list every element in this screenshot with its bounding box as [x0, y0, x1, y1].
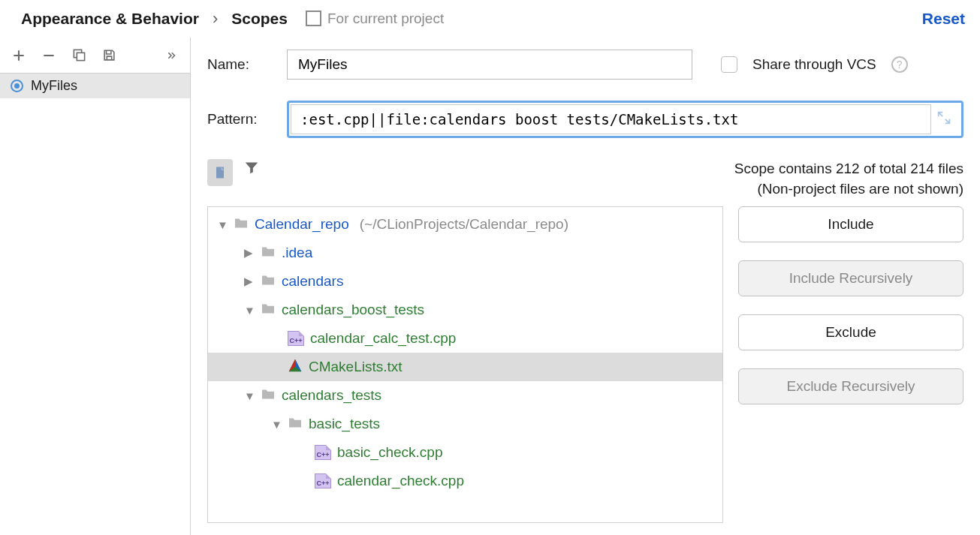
name-row: Name: Share through VCS ?	[207, 50, 963, 80]
remove-button[interactable]	[41, 47, 57, 64]
chevron-right-icon[interactable]: ▶	[244, 275, 255, 288]
pattern-input-wrapper	[287, 101, 963, 138]
sidebar-item-myfiles[interactable]: MyFiles	[0, 74, 190, 98]
tree-row[interactable]: C++calendar_check.cpp	[208, 467, 722, 495]
status-line-2: (Non-project files are not shown)	[734, 179, 963, 200]
more-button[interactable]	[163, 47, 179, 64]
cpp-file-icon: C++	[315, 445, 331, 460]
tree-row[interactable]: CMakeLists.txt	[208, 353, 722, 381]
tree-node-hint: (~/CLionProjects/Calendar_repo)	[360, 216, 568, 233]
action-buttons: Include Include Recursively Exclude Excl…	[738, 206, 963, 523]
tree-row[interactable]: ▼basic_tests	[208, 410, 722, 438]
reset-link[interactable]: Reset	[922, 10, 965, 28]
tree-node-label: calendars_boost_tests	[282, 302, 424, 318]
folder-icon	[288, 416, 303, 432]
sidebar: MyFiles	[0, 38, 191, 535]
tree-row[interactable]: ▼calendars_boost_tests	[208, 296, 722, 324]
cpp-file-icon: C++	[288, 331, 304, 346]
sidebar-toolbar	[0, 38, 190, 74]
chevron-down-icon[interactable]: ▼	[244, 389, 255, 402]
add-button[interactable]	[11, 47, 27, 64]
tree-node-label: calendars_tests	[282, 387, 381, 404]
copy-button[interactable]	[71, 47, 87, 64]
breadcrumb-current: Scopes	[231, 10, 288, 28]
share-vcs-label: Share through VCS	[752, 56, 876, 73]
tree-node-label: calendar_calc_test.cpp	[310, 330, 456, 347]
filter-status-row: Scope contains 212 of total 214 files (N…	[207, 159, 963, 199]
svg-rect-1	[77, 53, 84, 60]
file-tree[interactable]: ▼Calendar_repo(~/CLionProjects/Calendar_…	[207, 206, 723, 523]
filter-icon[interactable]	[243, 159, 261, 177]
breadcrumb: Appearance & Behavior › Scopes	[21, 9, 288, 29]
tree-node-label: CMakeLists.txt	[309, 359, 403, 375]
cmake-icon	[288, 358, 303, 377]
folder-icon	[261, 302, 276, 318]
expand-icon[interactable]	[936, 110, 955, 129]
chevron-down-icon[interactable]: ▼	[271, 418, 282, 431]
folder-icon	[261, 273, 276, 290]
chevron-down-icon[interactable]: ▼	[217, 218, 228, 231]
folder-icon	[261, 387, 276, 404]
pattern-row: Pattern:	[207, 101, 963, 138]
tree-row[interactable]: ▶calendars	[208, 267, 722, 296]
scope-status: Scope contains 212 of total 214 files (N…	[734, 159, 963, 199]
breadcrumb-parent[interactable]: Appearance & Behavior	[21, 10, 199, 28]
breadcrumb-separator-icon: ›	[213, 9, 218, 29]
project-scope-badge: For current project	[307, 11, 444, 27]
include-recursively-button[interactable]: Include Recursively	[738, 260, 963, 296]
tree-node-label: calendars	[282, 273, 343, 290]
help-icon[interactable]: ?	[891, 56, 908, 73]
folder-icon	[234, 216, 249, 233]
tree-row[interactable]: ▶.idea	[208, 239, 722, 267]
chevron-down-icon[interactable]: ▼	[244, 304, 255, 317]
sidebar-list: MyFiles	[0, 74, 190, 535]
tree-node-label: calendar_check.cpp	[337, 473, 464, 489]
tree-node-label: basic_tests	[309, 416, 380, 432]
tree-node-label: Calendar_repo	[255, 216, 349, 233]
tree-row[interactable]: C++basic_check.cpp	[208, 438, 722, 467]
main-panel: Name: Share through VCS ? Pattern:	[191, 38, 980, 535]
status-line-1: Scope contains 212 of total 214 files	[734, 159, 963, 179]
share-vcs-checkbox[interactable]	[721, 56, 737, 73]
radio-selected-icon	[11, 80, 23, 92]
body: MyFiles Name: Share through VCS ? Patter…	[0, 38, 980, 535]
tree-view-button[interactable]	[207, 159, 233, 186]
cpp-file-icon: C++	[315, 473, 331, 488]
header: Appearance & Behavior › Scopes For curre…	[0, 0, 980, 38]
exclude-recursively-button[interactable]: Exclude Recursively	[738, 368, 963, 404]
pattern-label: Pattern:	[207, 111, 272, 128]
tree-row[interactable]: ▼Calendar_repo(~/CLionProjects/Calendar_…	[208, 210, 722, 239]
include-button[interactable]: Include	[738, 206, 963, 242]
stack-icon	[307, 12, 320, 25]
name-label: Name:	[207, 56, 272, 73]
tree-row[interactable]: C++calendar_calc_test.cpp	[208, 324, 722, 353]
folder-icon	[261, 245, 276, 261]
exclude-button[interactable]: Exclude	[738, 314, 963, 350]
content-row: ▼Calendar_repo(~/CLionProjects/Calendar_…	[207, 206, 963, 523]
sidebar-item-label: MyFiles	[31, 78, 77, 94]
chevron-right-icon[interactable]: ▶	[244, 246, 255, 260]
tree-row[interactable]: ▼calendars_tests	[208, 381, 722, 410]
name-input[interactable]	[287, 50, 692, 80]
tree-node-label: basic_check.cpp	[337, 444, 442, 461]
pattern-input[interactable]	[291, 104, 931, 134]
tree-node-label: .idea	[282, 245, 312, 261]
project-badge-label: For current project	[327, 11, 444, 27]
save-button[interactable]	[101, 47, 117, 64]
